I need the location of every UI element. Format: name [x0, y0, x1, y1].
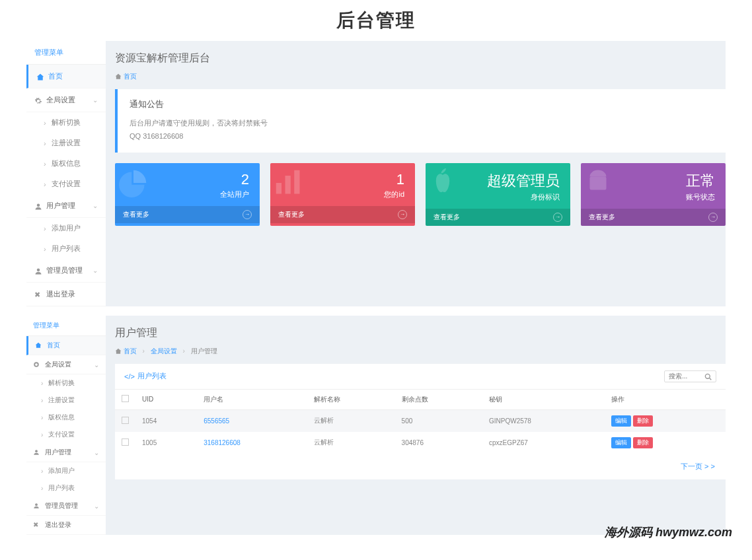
nav-parse-switch[interactable]: 解析切换 — [26, 112, 106, 133]
row-checkbox[interactable] — [122, 417, 129, 424]
nav-admin-label: 管理员管理 — [46, 265, 83, 275]
nav2-copyright[interactable]: 版权信息 — [26, 409, 106, 426]
nav2-register-setting[interactable]: 注册设置 — [26, 392, 106, 409]
svg-point-10 — [705, 374, 710, 378]
notice-line1: 后台用户请遵守使用规则，否决将封禁账号 — [130, 117, 714, 130]
arrow-icon: → — [398, 210, 407, 219]
gear-icon — [34, 96, 42, 104]
nav-payment[interactable]: 支付设置 — [26, 174, 106, 194]
breadcrumb-current: 用户管理 — [191, 347, 217, 355]
search-input[interactable] — [669, 372, 702, 380]
svg-point-9 — [35, 504, 38, 507]
arrow-icon: → — [708, 213, 718, 222]
nav2-home[interactable]: 首页 — [26, 336, 106, 355]
nav-user-list[interactable]: 用户列表 — [26, 238, 106, 259]
nav2-admin[interactable]: 管理员管理 ⌄ — [26, 497, 106, 516]
col-uid: UID — [135, 390, 197, 410]
svg-point-0 — [37, 203, 40, 207]
notice-line2: QQ 3168126608 — [130, 130, 714, 143]
gear-icon — [33, 361, 41, 368]
svg-point-8 — [35, 450, 38, 453]
stat-card-users[interactable]: 2 全站用户 查看更多→ — [115, 163, 260, 226]
cell-points: 304876 — [395, 432, 482, 454]
nav2-payment[interactable]: 支付设置 — [26, 426, 106, 443]
col-action: 操作 — [605, 390, 726, 410]
sidebar2-header: 管理菜单 — [26, 316, 106, 336]
home-icon — [115, 73, 124, 80]
page-header: 后台管理 — [0, 0, 752, 41]
nav-user-label: 用户管理 — [46, 201, 75, 211]
nav-user-manage[interactable]: 用户管理 ⌄ — [26, 194, 106, 218]
nav-global[interactable]: 全局设置 ⌄ — [26, 88, 106, 112]
sidebar-header: 管理菜单 — [26, 41, 106, 65]
table-row: 1005 3168126608 云解析 304876 cpxzEGPZ67 编辑… — [115, 432, 726, 454]
exit-icon: ✖ — [33, 521, 41, 529]
nav-logout[interactable]: ✖ 退出登录 — [26, 283, 106, 306]
page-title: 后台管理 — [0, 8, 752, 33]
bars-icon — [274, 168, 303, 197]
stat-card-role[interactable]: 超级管理员 身份标识 查看更多→ — [426, 163, 570, 226]
cell-uid: 1005 — [135, 432, 197, 454]
svg-point-1 — [37, 268, 40, 271]
nav2-user-list[interactable]: 用户列表 — [26, 479, 106, 497]
watermark: 海外源码 hwymwz.com — [605, 524, 732, 535]
svg-rect-2 — [276, 183, 282, 194]
chevron-down-icon: ⌄ — [94, 361, 99, 368]
dashboard-container: 管理菜单 首页 全局设置 ⌄ 解析切换 注册设置 版权信息 支付设置 用户管理 … — [26, 41, 726, 306]
nav-home[interactable]: 首页 — [26, 65, 106, 88]
breadcrumb-home[interactable]: 首页 — [124, 347, 137, 355]
nav-admin-manage[interactable]: 管理员管理 ⌄ — [26, 259, 106, 283]
table-row: 1054 6556565 云解析 500 GINPQW2578 编辑 删除 — [115, 409, 726, 432]
breadcrumb-global[interactable]: 全局设置 — [151, 347, 177, 355]
stat-footer-text: 查看更多 — [123, 210, 149, 219]
delete-button[interactable]: 删除 — [633, 415, 653, 427]
nav2-user-manage[interactable]: 用户管理 ⌄ — [26, 443, 106, 462]
next-page-link[interactable]: 下一页 > > — [681, 462, 715, 470]
cell-key: GINPQW2578 — [482, 409, 605, 432]
cell-points: 500 — [395, 409, 482, 432]
notice-title: 通知公告 — [130, 98, 714, 110]
svg-rect-4 — [294, 170, 299, 193]
nav2-global[interactable]: 全局设置 ⌄ — [26, 355, 106, 374]
edit-button[interactable]: 编辑 — [611, 437, 631, 448]
userpage-main: 用户管理 首页 › 全局设置 › 用户管理 </> 用户列表 — [115, 316, 726, 535]
dashboard-title-area: 资源宝解析管理后台 — [115, 41, 726, 68]
stat-card-status[interactable]: 正常 账号状态 查看更多→ — [581, 163, 726, 226]
pager: 下一页 > > — [115, 454, 726, 479]
dashboard-title: 资源宝解析管理后台 — [115, 52, 726, 65]
nav-add-user[interactable]: 添加用户 — [26, 218, 106, 238]
admin-icon — [34, 267, 42, 275]
panel-title: </> 用户列表 — [124, 371, 167, 381]
nav2-add-user[interactable]: 添加用户 — [26, 462, 106, 479]
home-icon — [115, 347, 122, 355]
stat-row: 2 全站用户 查看更多→ 1 您的id 查看更多→ 超级管理员 身份标识 — [115, 163, 726, 226]
cell-parser: 云解析 — [307, 432, 395, 454]
chevron-down-icon: ⌄ — [94, 503, 99, 510]
svg-rect-5 — [590, 176, 607, 190]
user-icon — [34, 202, 42, 210]
cell-key: cpxzEGPZ67 — [482, 432, 605, 454]
nav-logout-label: 退出登录 — [46, 289, 75, 299]
userpage-title: 用户管理 — [115, 326, 726, 340]
notice-box: 通知公告 后台用户请遵守使用规则，否决将封禁账号 QQ 3168126608 — [115, 89, 726, 153]
breadcrumb-home[interactable]: 首页 — [124, 73, 137, 80]
nav2-parse-switch[interactable]: 解析切换 — [26, 374, 106, 392]
chevron-down-icon: ⌄ — [93, 267, 98, 274]
cell-username[interactable]: 6556565 — [204, 417, 229, 425]
col-username: 用户名 — [197, 390, 307, 410]
user-icon — [33, 448, 41, 456]
stat-card-id[interactable]: 1 您的id 查看更多→ — [270, 163, 415, 226]
search-box[interactable] — [664, 370, 716, 382]
nav-copyright[interactable]: 版权信息 — [26, 153, 106, 174]
nav-register-setting[interactable]: 注册设置 — [26, 133, 106, 153]
cell-username[interactable]: 3168126608 — [204, 439, 241, 446]
arrow-icon: → — [553, 213, 562, 222]
edit-button[interactable]: 编辑 — [611, 415, 631, 427]
nav2-logout[interactable]: ✖ 退出登录 — [26, 516, 106, 535]
delete-button[interactable]: 删除 — [633, 437, 653, 448]
chevron-down-icon: ⌄ — [93, 96, 98, 104]
checkbox-all[interactable] — [122, 395, 129, 402]
row-checkbox[interactable] — [122, 438, 129, 446]
nav-home-label: 首页 — [48, 71, 63, 81]
search-icon[interactable] — [704, 372, 712, 380]
